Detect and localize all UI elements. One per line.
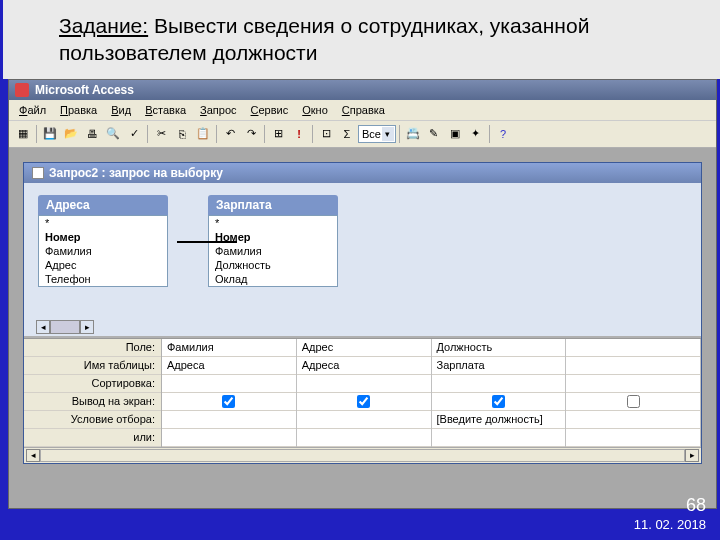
cell-table[interactable]: Адреса: [162, 357, 296, 375]
grid-col[interactable]: Должность Зарплата [Введите должность]: [432, 339, 567, 447]
cell-show[interactable]: [566, 393, 700, 411]
print-button[interactable]: 🖶: [82, 124, 102, 144]
query-icon: [32, 167, 44, 179]
cell-sort[interactable]: [162, 375, 296, 393]
app-titlebar: Microsoft Access: [9, 80, 716, 100]
view-button[interactable]: ▦: [13, 124, 33, 144]
cell-or[interactable]: [297, 429, 431, 447]
row-label-show: Вывод на экран:: [24, 393, 161, 411]
field-item[interactable]: *: [39, 216, 167, 230]
builder-button[interactable]: ✎: [424, 124, 444, 144]
grid-col[interactable]: Адрес Адреса: [297, 339, 432, 447]
cell-or[interactable]: [566, 429, 700, 447]
menu-insert[interactable]: Вставка: [139, 102, 192, 118]
diagram-hscroll[interactable]: ◂ ▸: [36, 320, 94, 334]
scroll-right-icon[interactable]: ▸: [80, 320, 94, 334]
scroll-left-icon[interactable]: ◂: [36, 320, 50, 334]
app-title: Microsoft Access: [35, 83, 134, 97]
help-button[interactable]: ?: [493, 124, 513, 144]
redo-button[interactable]: ↷: [241, 124, 261, 144]
cell-criteria[interactable]: [297, 411, 431, 429]
show-checkbox[interactable]: [492, 395, 505, 408]
save-button[interactable]: 💾: [40, 124, 60, 144]
cell-show[interactable]: [432, 393, 566, 411]
preview-button[interactable]: 🔍: [103, 124, 123, 144]
menu-edit[interactable]: Правка: [54, 102, 103, 118]
menubar: Файл Правка Вид Вставка Запрос Сервис Ок…: [9, 100, 716, 121]
cell-table[interactable]: Адреса: [297, 357, 431, 375]
field-item[interactable]: *: [209, 216, 337, 230]
diagram-pane[interactable]: Адреса * Номер Фамилия Адрес Телефон Зар…: [24, 183, 701, 338]
query-window: Запрос2 : запрос на выборку Адреса * Ном…: [23, 162, 702, 464]
scroll-left-icon[interactable]: ◂: [26, 449, 40, 462]
field-item[interactable]: Фамилия: [39, 244, 167, 258]
newobj-button[interactable]: ✦: [466, 124, 486, 144]
cell-show[interactable]: [297, 393, 431, 411]
cell-criteria[interactable]: [Введите должность]: [432, 411, 566, 429]
cell-field[interactable]: Должность: [432, 339, 566, 357]
cell-field[interactable]: Адрес: [297, 339, 431, 357]
topvalues-combo[interactable]: Все: [358, 125, 396, 143]
cell-table[interactable]: [566, 357, 700, 375]
field-item[interactable]: Должность: [209, 258, 337, 272]
scroll-track[interactable]: [40, 449, 685, 462]
row-label-table: Имя таблицы:: [24, 357, 161, 375]
properties-button[interactable]: 📇: [403, 124, 423, 144]
show-checkbox[interactable]: [357, 395, 370, 408]
cell-or[interactable]: [432, 429, 566, 447]
scroll-right-icon[interactable]: ▸: [685, 449, 699, 462]
cell-criteria[interactable]: [162, 411, 296, 429]
showtable-button[interactable]: ⊡: [316, 124, 336, 144]
show-checkbox[interactable]: [627, 395, 640, 408]
field-item[interactable]: Телефон: [39, 272, 167, 286]
dbwindow-button[interactable]: ▣: [445, 124, 465, 144]
table-caption: Зарплата: [208, 195, 338, 215]
spell-button[interactable]: ✓: [124, 124, 144, 144]
join-line[interactable]: [177, 241, 237, 243]
field-list[interactable]: * Номер Фамилия Должность Оклад: [208, 215, 338, 287]
table-box-adresa[interactable]: Адреса * Номер Фамилия Адрес Телефон: [38, 195, 168, 330]
grid-hscroll[interactable]: ◂ ▸: [24, 447, 701, 463]
field-list[interactable]: * Номер Фамилия Адрес Телефон: [38, 215, 168, 287]
cell-or[interactable]: [162, 429, 296, 447]
grid-col[interactable]: Фамилия Адреса: [162, 339, 297, 447]
menu-window[interactable]: Окно: [296, 102, 334, 118]
query-titlebar: Запрос2 : запрос на выборку: [24, 163, 701, 183]
open-button[interactable]: 📂: [61, 124, 81, 144]
grid-row-labels: Поле: Имя таблицы: Сортировка: Вывод на …: [24, 339, 162, 447]
menu-tools[interactable]: Сервис: [245, 102, 295, 118]
access-window: Microsoft Access Файл Правка Вид Вставка…: [8, 79, 717, 509]
field-item[interactable]: Оклад: [209, 272, 337, 286]
menu-help[interactable]: Справка: [336, 102, 391, 118]
totals-button[interactable]: Σ: [337, 124, 357, 144]
cut-button[interactable]: ✂: [151, 124, 171, 144]
menu-file[interactable]: Файл: [13, 102, 52, 118]
field-item[interactable]: Фамилия: [209, 244, 337, 258]
menu-view[interactable]: Вид: [105, 102, 137, 118]
cell-field[interactable]: Фамилия: [162, 339, 296, 357]
scroll-thumb[interactable]: [50, 320, 80, 334]
field-item[interactable]: Адрес: [39, 258, 167, 272]
menu-query[interactable]: Запрос: [194, 102, 242, 118]
grid-col[interactable]: [566, 339, 701, 447]
show-checkbox[interactable]: [222, 395, 235, 408]
slide-footer: 68 11. 02. 2018: [634, 495, 706, 532]
field-item[interactable]: Номер: [39, 230, 167, 244]
task-label: Задание:: [59, 14, 148, 37]
cell-criteria[interactable]: [566, 411, 700, 429]
grid-columns: Фамилия Адреса Адрес Адреса: [162, 339, 701, 447]
cell-show[interactable]: [162, 393, 296, 411]
paste-button[interactable]: 📋: [193, 124, 213, 144]
cell-sort[interactable]: [566, 375, 700, 393]
mdi-workspace: Запрос2 : запрос на выборку Адреса * Ном…: [9, 148, 716, 508]
cell-table[interactable]: Зарплата: [432, 357, 566, 375]
cell-field[interactable]: [566, 339, 700, 357]
copy-button[interactable]: ⎘: [172, 124, 192, 144]
run-button[interactable]: !: [289, 124, 309, 144]
cell-sort[interactable]: [432, 375, 566, 393]
slide-number: 68: [634, 495, 706, 516]
undo-button[interactable]: ↶: [220, 124, 240, 144]
querytype-button[interactable]: ⊞: [268, 124, 288, 144]
table-box-zarplata[interactable]: Зарплата * Номер Фамилия Должность Оклад: [208, 195, 338, 330]
cell-sort[interactable]: [297, 375, 431, 393]
